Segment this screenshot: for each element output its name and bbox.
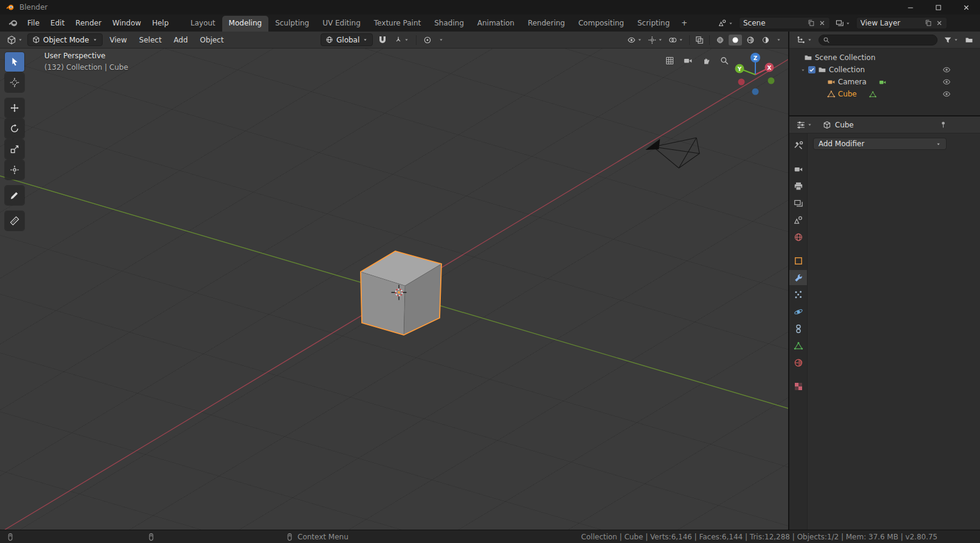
tab-animation[interactable]: Animation [471,16,521,32]
properties-tab-scene[interactable] [789,212,807,228]
properties-tab-view-layer[interactable] [789,195,807,211]
gizmo-y-neg-axis[interactable] [768,78,775,84]
menu-select[interactable]: Select [134,35,166,46]
close-button[interactable] [952,0,980,15]
tool-scale[interactable] [5,140,24,159]
menu-view[interactable]: View [105,35,132,46]
menu-add[interactable]: Add [169,35,192,46]
tool-move[interactable] [5,98,24,118]
tab-rendering[interactable]: Rendering [521,16,571,32]
add-modifier-select[interactable]: Add Modifier [813,138,947,150]
zoom-view-button[interactable] [718,54,731,67]
tool-measure[interactable] [5,211,24,231]
properties-tab-particles[interactable] [789,287,807,302]
cube-visibility-toggle[interactable] [942,90,951,98]
menu-file[interactable]: File [22,17,45,29]
cube-icon [823,121,831,129]
camera-object[interactable] [645,138,699,168]
snap-target-select[interactable] [392,35,411,46]
properties-tab-tool[interactable] [789,138,807,153]
outliner-row-camera[interactable]: Camera [789,76,980,88]
shading-rendered-button[interactable] [759,35,772,46]
camera-visibility-toggle[interactable] [942,78,951,86]
tab-layout[interactable]: Layout [184,16,222,32]
shading-solid-button[interactable] [729,35,742,46]
perspective-ortho-button[interactable] [663,54,676,67]
add-workspace-button[interactable]: + [676,16,692,32]
menu-render[interactable]: Render [70,17,107,29]
view-layer-field[interactable]: View Layer [856,17,947,29]
menu-edit[interactable]: Edit [45,17,70,29]
outliner-editor-type-button[interactable] [794,34,814,46]
shading-wireframe-button[interactable] [713,35,727,46]
outliner-row-scene-collection[interactable]: Scene Collection [789,52,980,64]
view-layer-browse-button[interactable] [834,18,852,29]
properties-tab-render[interactable] [789,161,807,177]
gizmos-select[interactable] [646,35,665,46]
maximize-button[interactable] [924,0,952,15]
menu-object[interactable]: Object [195,35,228,46]
tab-sculpting[interactable]: Sculpting [268,16,316,32]
chevron-down-icon [953,37,959,42]
camera-view-button[interactable] [681,54,695,67]
mode-select[interactable]: Object Mode [27,33,103,46]
properties-editor-type-button[interactable] [794,119,814,131]
tool-annotate[interactable] [5,186,24,205]
overlays-select[interactable] [667,35,686,46]
view-layer-remove-button[interactable] [936,19,943,27]
proportional-falloff-select[interactable] [437,36,446,44]
view-layer-copy-button[interactable] [925,19,932,27]
tool-cursor[interactable] [5,73,24,92]
scene-copy-button[interactable] [808,19,815,27]
viewport-canvas[interactable]: User Perspective (132) Collection | Cube [0,49,788,530]
tab-shading[interactable]: Shading [427,16,471,32]
properties-tab-physics[interactable] [789,304,807,319]
tab-texture-paint[interactable]: Texture Paint [367,16,427,32]
tool-select-box[interactable] [5,52,24,72]
tool-transform[interactable] [5,160,24,180]
menu-window[interactable]: Window [107,17,146,29]
outliner-row-cube[interactable]: Cube [789,88,980,100]
editor-type-button[interactable] [5,34,25,46]
blender-menu-button[interactable] [5,18,22,28]
shading-material-button[interactable] [744,35,757,46]
outliner-search-input[interactable] [818,35,937,46]
proportional-editing-toggle[interactable] [421,35,434,46]
cube-object[interactable] [361,251,441,335]
properties-tab-modifiers[interactable] [789,270,807,285]
pin-id-button[interactable] [939,121,947,129]
tab-modeling[interactable]: Modeling [222,16,269,32]
properties-tab-constraints[interactable] [789,321,807,336]
properties-tab-world[interactable] [789,229,807,245]
scene-browse-button[interactable] [716,18,735,29]
gizmo-x-neg-axis[interactable] [738,79,745,86]
collection-visibility-toggle[interactable] [942,66,951,74]
disclosure-triangle-icon[interactable] [800,67,806,73]
tab-uv-editing[interactable]: UV Editing [316,16,367,32]
pan-view-button[interactable] [699,54,713,67]
object-visibility-select[interactable] [625,35,644,46]
minimize-button[interactable] [896,0,924,15]
snap-toggle[interactable] [376,34,389,46]
collection-checkbox[interactable] [808,66,815,73]
tab-scripting[interactable]: Scripting [631,16,676,32]
properties-tab-object[interactable] [789,253,807,268]
tool-rotate[interactable] [5,119,24,138]
scene-field[interactable]: Scene [739,17,830,29]
tab-compositing[interactable]: Compositing [571,16,630,32]
xray-toggle[interactable] [693,35,706,46]
outliner-row-collection[interactable]: Collection [789,64,980,76]
new-collection-button[interactable] [963,35,975,46]
shading-options-select[interactable] [774,36,783,44]
properties-tab-object-data[interactable] [789,338,807,353]
properties-tab-output[interactable] [789,178,807,194]
properties-tab-material[interactable] [789,355,807,370]
navigation-gizmo[interactable]: Z X Y [732,50,781,98]
scene-unlink-button[interactable] [818,19,826,27]
orientation-globe-icon [325,36,333,44]
properties-tab-texture[interactable] [789,379,807,394]
outliner-filter-button[interactable] [942,35,961,46]
orientation-select[interactable]: Global [321,33,373,46]
gizmo-z-neg-axis[interactable] [752,89,759,95]
menu-help[interactable]: Help [146,17,174,29]
